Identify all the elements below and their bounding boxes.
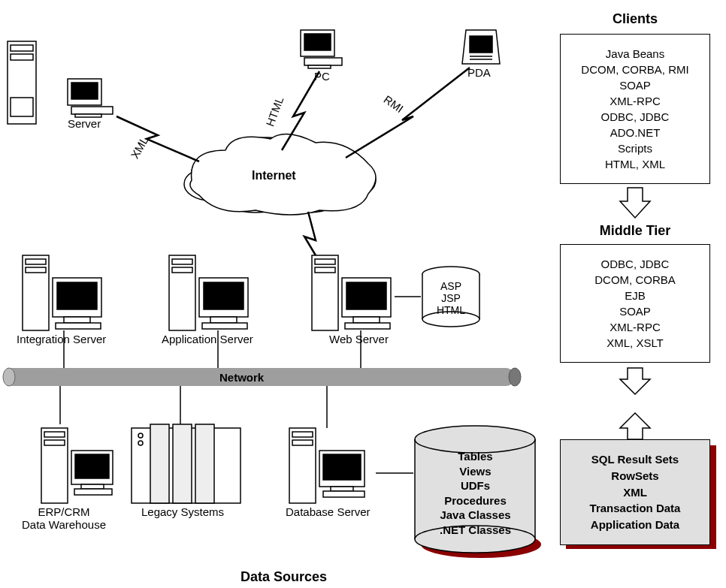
pc-icon xyxy=(301,30,342,68)
web-tech-list: ASP JSP HTML xyxy=(425,280,477,316)
svg-point-0 xyxy=(192,152,259,194)
svg-rect-65 xyxy=(74,489,112,495)
legacy-label: Legacy Systems xyxy=(141,505,224,518)
svg-rect-41 xyxy=(353,317,380,323)
svg-rect-42 xyxy=(345,323,390,329)
svg-rect-31 xyxy=(172,267,192,273)
svg-rect-40 xyxy=(346,282,386,309)
svg-rect-27 xyxy=(64,317,90,323)
svg-point-51 xyxy=(509,368,521,386)
svg-rect-18 xyxy=(308,65,331,68)
svg-rect-13 xyxy=(71,107,113,114)
svg-rect-37 xyxy=(315,259,335,264)
db-contents-list: Tables Views UDFs Procedures Java Classe… xyxy=(417,449,534,537)
svg-rect-38 xyxy=(315,267,335,273)
svg-rect-76 xyxy=(323,454,361,480)
server-icon xyxy=(68,79,113,117)
svg-point-71 xyxy=(138,441,143,445)
svg-rect-35 xyxy=(202,323,247,329)
integration-label: Integration Server xyxy=(17,333,106,345)
svg-rect-62 xyxy=(71,451,113,484)
middletier-box: ODBC, JDBC DCOM, CORBA EJB SOAP XML-RPC … xyxy=(560,244,710,363)
bolt-rmi xyxy=(346,68,470,158)
rmi-label: RMI xyxy=(382,93,406,116)
svg-rect-22 xyxy=(23,255,49,330)
svg-rect-69 xyxy=(195,424,214,503)
application-label: Application Server xyxy=(162,333,253,345)
svg-rect-36 xyxy=(312,255,338,330)
clients-title: Clients xyxy=(556,11,714,27)
svg-rect-32 xyxy=(199,278,248,317)
pda-label: PDA xyxy=(467,66,491,79)
svg-rect-9 xyxy=(11,54,33,60)
svg-point-50 xyxy=(3,368,15,386)
svg-rect-78 xyxy=(323,491,365,497)
svg-rect-34 xyxy=(210,317,237,323)
clients-box: Java Beans DCOM, CORBA, RMI SOAP XML-RPC… xyxy=(560,34,710,184)
svg-rect-59 xyxy=(41,428,68,503)
svg-rect-39 xyxy=(342,278,391,317)
svg-rect-7 xyxy=(8,41,36,124)
svg-rect-10 xyxy=(11,98,33,116)
pc-label: PC xyxy=(314,70,330,83)
server-label: Server xyxy=(68,117,101,130)
dbserver-label: Database Server xyxy=(286,505,371,518)
svg-rect-74 xyxy=(292,440,313,445)
svg-point-70 xyxy=(138,433,143,438)
svg-rect-12 xyxy=(71,83,98,99)
svg-rect-64 xyxy=(81,484,104,489)
svg-rect-16 xyxy=(304,34,331,50)
html-label: HTML xyxy=(263,95,286,128)
svg-rect-29 xyxy=(169,255,195,330)
middletier-title: Middle Tier xyxy=(556,223,714,239)
bolt-web xyxy=(304,212,316,255)
xml-label: XML xyxy=(128,134,150,161)
svg-rect-11 xyxy=(68,79,101,105)
svg-rect-68 xyxy=(173,424,192,503)
svg-point-3 xyxy=(316,161,376,199)
svg-rect-67 xyxy=(150,424,169,503)
svg-rect-17 xyxy=(304,58,342,65)
internet-label: Internet xyxy=(252,169,296,182)
svg-rect-8 xyxy=(11,45,33,51)
svg-rect-33 xyxy=(204,282,244,309)
svg-rect-28 xyxy=(56,323,101,329)
svg-rect-73 xyxy=(292,432,313,437)
svg-rect-63 xyxy=(75,454,109,478)
svg-rect-30 xyxy=(172,259,192,264)
svg-rect-24 xyxy=(26,267,46,273)
svg-point-44 xyxy=(422,267,479,282)
network-label: Network xyxy=(216,371,267,384)
svg-rect-15 xyxy=(301,30,334,56)
tower-icon xyxy=(8,41,36,124)
svg-rect-23 xyxy=(26,259,46,264)
datasources-title: Data Sources xyxy=(240,569,327,585)
svg-rect-77 xyxy=(331,487,353,491)
svg-rect-19 xyxy=(470,36,492,53)
pda-icon xyxy=(462,30,500,64)
web-label: Web Server xyxy=(329,333,389,345)
bolt-html xyxy=(282,71,319,150)
erp-label: ERP/CRM Data Warehouse xyxy=(19,505,109,531)
svg-rect-60 xyxy=(44,432,65,437)
svg-rect-72 xyxy=(289,428,316,503)
svg-rect-25 xyxy=(53,278,101,317)
svg-point-6 xyxy=(184,167,237,201)
svg-rect-66 xyxy=(132,428,240,503)
svg-rect-26 xyxy=(57,282,97,309)
data-box: SQL Result Sets RowSets XML Transaction … xyxy=(560,439,710,545)
svg-rect-75 xyxy=(319,451,365,487)
svg-rect-61 xyxy=(44,440,65,445)
